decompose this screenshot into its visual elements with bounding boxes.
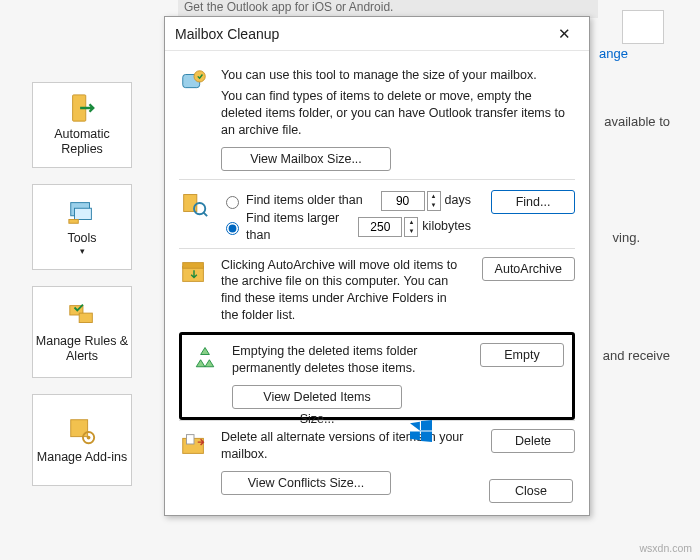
older-than-unit: days [445, 192, 471, 209]
radio-larger-than[interactable] [226, 222, 239, 235]
svg-rect-3 [69, 220, 78, 224]
older-than-value[interactable] [381, 191, 425, 211]
bg-text-receive: and receive [603, 348, 670, 363]
empty-text: Emptying the deleted items folder perman… [232, 343, 460, 377]
larger-than-label: Find items larger than [246, 210, 356, 244]
ribbon-manage-rules[interactable]: Manage Rules & Alerts [32, 286, 132, 378]
ribbon-tools[interactable]: Tools ▾ [32, 184, 132, 270]
section-find: Find items older than ▲▼ days Find items… [179, 179, 575, 248]
autoarchive-button[interactable]: AutoArchive [482, 257, 575, 281]
ribbon-manage-addins[interactable]: Manage Add-ins [32, 394, 132, 486]
section-intro: You can use this tool to manage the size… [179, 59, 575, 179]
svg-rect-15 [183, 262, 204, 268]
svg-point-8 [87, 435, 91, 439]
ribbon-label: Tools [67, 231, 96, 246]
view-deleted-size-button[interactable]: View Deleted Items Size... [232, 385, 402, 409]
mailbox-icon [179, 67, 209, 97]
svg-rect-5 [79, 313, 92, 322]
larger-than-spinner[interactable]: ▲▼ [404, 217, 418, 237]
section-empty: Emptying the deleted items folder perman… [179, 332, 575, 420]
older-than-label: Find items older than [246, 192, 379, 209]
tools-icon [67, 197, 97, 227]
ribbon-label: Manage Rules & Alerts [33, 334, 131, 364]
larger-than-unit: kilobytes [422, 218, 471, 235]
svg-point-10 [194, 71, 205, 82]
addins-icon [67, 416, 97, 446]
bg-text-ving: ving. [613, 230, 640, 245]
thumbnail-fragment [622, 10, 664, 44]
find-button[interactable]: Find... [491, 190, 575, 214]
watermark: wsxdn.com [639, 542, 692, 554]
rules-icon [67, 300, 97, 330]
empty-button[interactable]: Empty [480, 343, 564, 367]
delete-button[interactable]: Delete [491, 429, 575, 453]
larger-than-value[interactable] [358, 217, 402, 237]
svg-line-13 [203, 212, 207, 216]
archive-icon [179, 257, 209, 287]
dialog-title: Mailbox Cleanup [175, 26, 279, 42]
intro-text-2: You can find types of items to delete or… [221, 88, 575, 139]
radio-older-than[interactable] [226, 196, 239, 209]
intro-text-1: You can use this tool to manage the size… [221, 67, 575, 84]
door-arrow-icon [67, 93, 97, 123]
link-change-fragment[interactable]: ange [599, 46, 628, 61]
mailbox-cleanup-dialog: Mailbox Cleanup ✕ You can use this tool … [164, 16, 590, 516]
bg-text-available: available to [604, 114, 670, 129]
close-button[interactable]: Close [489, 479, 573, 503]
conflicts-icon [179, 429, 209, 459]
close-icon[interactable]: ✕ [550, 23, 579, 45]
view-conflicts-size-button[interactable]: View Conflicts Size... [221, 471, 391, 495]
older-than-spinner[interactable]: ▲▼ [427, 191, 441, 211]
conflicts-text: Delete all alternate versions of items i… [221, 429, 471, 463]
recycle-icon [190, 343, 220, 373]
ribbon-automatic-replies[interactable]: Automatic Replies [32, 82, 132, 168]
view-mailbox-size-button[interactable]: View Mailbox Size... [221, 147, 391, 171]
find-icon [179, 188, 209, 218]
section-autoarchive: Clicking AutoArchive will move old items… [179, 248, 575, 333]
autoarchive-text: Clicking AutoArchive will move old items… [221, 257, 462, 325]
svg-rect-2 [75, 208, 92, 219]
dialog-titlebar: Mailbox Cleanup ✕ [165, 17, 589, 51]
svg-rect-17 [187, 434, 195, 443]
ribbon-label: Automatic Replies [33, 127, 131, 157]
chevron-down-icon: ▾ [80, 246, 85, 257]
ribbon-label: Manage Add-ins [37, 450, 127, 465]
